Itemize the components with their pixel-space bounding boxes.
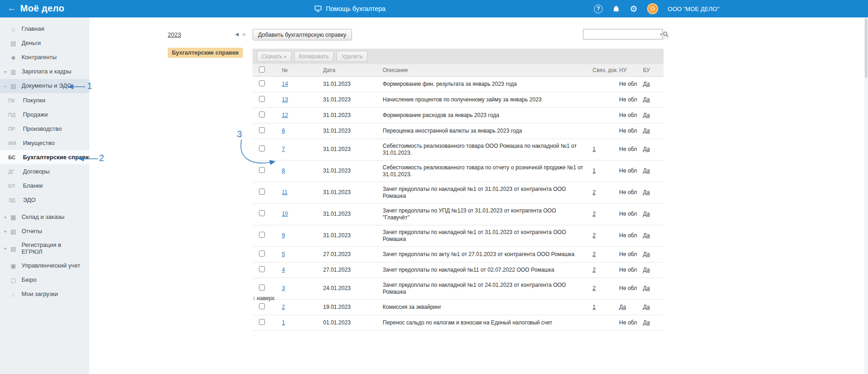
- bu-link[interactable]: Да: [643, 267, 650, 273]
- nu-link[interactable]: Да: [619, 304, 626, 310]
- help-icon[interactable]: ?: [594, 5, 603, 13]
- bu-link[interactable]: Да: [643, 251, 650, 257]
- row-checkbox[interactable]: [259, 285, 265, 290]
- row-checkbox[interactable]: [259, 303, 265, 309]
- linked-doc-link[interactable]: 2: [593, 251, 596, 257]
- row-number-link[interactable]: 3: [282, 285, 285, 291]
- linked-doc-link[interactable]: 2: [593, 189, 596, 195]
- sidebar-item[interactable]: –▨Документы и ЭДО: [0, 79, 89, 93]
- delete-button[interactable]: Удалить: [336, 51, 368, 62]
- pager-prev-icon[interactable]: ◀: [235, 32, 239, 37]
- row-number-link[interactable]: 1: [282, 319, 285, 326]
- expander-icon[interactable]: +: [4, 246, 9, 252]
- bu-link[interactable]: Да: [643, 189, 650, 195]
- expander-icon[interactable]: +: [4, 229, 9, 235]
- row-number-link[interactable]: 6: [282, 128, 285, 134]
- linked-doc-link[interactable]: 1: [593, 304, 596, 310]
- row-checkbox[interactable]: [259, 210, 265, 216]
- row-checkbox[interactable]: [259, 145, 265, 151]
- search-input[interactable]: [583, 29, 660, 39]
- linked-doc-link[interactable]: 2: [593, 267, 596, 273]
- sidebar-item[interactable]: ☻Контрагенты: [0, 50, 89, 65]
- row-number-link[interactable]: 5: [282, 251, 285, 257]
- bu-link[interactable]: Да: [643, 81, 650, 87]
- linked-doc-link[interactable]: 1: [593, 146, 596, 152]
- bu-link[interactable]: Да: [643, 128, 650, 134]
- row-checkbox[interactable]: [259, 127, 265, 133]
- row-number-link[interactable]: 11: [282, 189, 287, 195]
- year-link[interactable]: 2023: [168, 31, 181, 38]
- expander-icon[interactable]: +: [4, 214, 9, 221]
- row-number-link[interactable]: 14: [282, 81, 288, 87]
- row-number-link[interactable]: 13: [282, 96, 288, 103]
- search-button[interactable]: [662, 29, 669, 39]
- bu-link[interactable]: Да: [643, 232, 650, 239]
- linked-doc-link[interactable]: 2: [593, 232, 596, 239]
- row-date: 24.01.2023: [314, 278, 374, 299]
- linked-doc-link[interactable]: 1: [593, 167, 596, 174]
- page-scrollbar[interactable]: [864, 17, 868, 374]
- accountant-help[interactable]: Помощь бухгалтера: [314, 0, 385, 17]
- row-number-link[interactable]: 9: [282, 232, 285, 239]
- sidebar-item[interactable]: +▧Отчеты: [0, 224, 89, 239]
- add-statement-button[interactable]: Добавить бухгалтерскую справку: [253, 29, 352, 40]
- bu-link[interactable]: Да: [643, 319, 650, 326]
- scrollbar-thumb[interactable]: [865, 18, 868, 78]
- filter-tag-accounting-statements[interactable]: Бухгалтерские справки: [168, 48, 243, 58]
- copy-button[interactable]: Копировать: [294, 51, 334, 62]
- sidebar-subitem[interactable]: ЭДЭДО: [0, 193, 89, 207]
- row-checkbox[interactable]: [259, 167, 265, 173]
- download-button[interactable]: Скачать▾: [257, 51, 291, 62]
- sidebar-item[interactable]: +▤Регистрация в ЕГРЮЛ: [0, 239, 89, 259]
- sidebar-subitem[interactable]: БЛБланки: [0, 179, 89, 193]
- back-arrow-icon[interactable]: ←: [7, 3, 16, 13]
- sidebar-item[interactable]: ▣Управленческий учет: [0, 259, 89, 273]
- bu-link[interactable]: Да: [643, 167, 650, 174]
- row-number-link[interactable]: 4: [282, 267, 285, 273]
- row-checkbox[interactable]: [259, 232, 265, 238]
- sidebar-subitem[interactable]: ПКПокупки: [0, 93, 89, 107]
- bu-link[interactable]: Да: [643, 96, 650, 103]
- row-checkbox[interactable]: [259, 80, 265, 86]
- bu-link[interactable]: Да: [643, 211, 650, 217]
- sidebar-subitem[interactable]: ИМИмущество: [0, 136, 89, 150]
- row-number-link[interactable]: 12: [282, 112, 288, 118]
- sidebar-item[interactable]: ⌂Главная: [0, 22, 89, 36]
- row-checkbox[interactable]: [259, 319, 265, 325]
- expander-icon[interactable]: –: [4, 83, 9, 89]
- sidebar-subitem[interactable]: ПРПроизводство: [0, 122, 89, 136]
- notifications-bell-icon[interactable]: [612, 5, 620, 13]
- bu-link[interactable]: Да: [643, 285, 650, 291]
- sidebar-item[interactable]: ▢Бюро: [0, 273, 89, 287]
- row-number-link[interactable]: 10: [282, 211, 288, 217]
- sidebar-subitem[interactable]: БСБухгалтерские справки: [0, 150, 89, 164]
- bu-link[interactable]: Да: [643, 112, 650, 118]
- sidebar-item[interactable]: ▤Деньги: [0, 36, 89, 50]
- settings-gear-icon[interactable]: ⚙: [630, 5, 637, 13]
- row-number-link[interactable]: 7: [282, 146, 285, 152]
- row-checkbox[interactable]: [259, 189, 265, 195]
- table-row: 527.01.2023Зачет предоплаты по акту №1 о…: [253, 246, 664, 262]
- linked-doc-link[interactable]: 2: [593, 211, 596, 217]
- back-to-top-link[interactable]: ↑ наверх: [253, 295, 275, 301]
- user-avatar[interactable]: О: [647, 3, 658, 14]
- sidebar-item[interactable]: ↓Мои загрузки: [0, 287, 89, 301]
- row-checkbox[interactable]: [259, 266, 265, 272]
- bu-link[interactable]: Да: [643, 304, 650, 310]
- sidebar-item[interactable]: +▦Склад и заказы: [0, 210, 89, 224]
- bu-link[interactable]: Да: [643, 146, 650, 152]
- sidebar-subitem[interactable]: ПДПродажи: [0, 107, 89, 122]
- select-all-checkbox[interactable]: [259, 67, 265, 73]
- pager-next-icon[interactable]: ▶: [243, 32, 247, 37]
- row-number-link[interactable]: 8: [282, 167, 285, 174]
- row-checkbox[interactable]: [259, 112, 265, 117]
- row-checkbox[interactable]: [259, 251, 265, 257]
- sidebar-item[interactable]: +▥Зарплата и кадры: [0, 65, 89, 79]
- row-checkbox[interactable]: [259, 96, 265, 102]
- linked-doc-link[interactable]: 2: [593, 285, 596, 291]
- expander-icon[interactable]: +: [4, 69, 9, 75]
- company-name[interactable]: ООО "МОЕ ДЕЛО": [668, 6, 720, 12]
- row-number-link[interactable]: 2: [282, 304, 285, 310]
- app-logo[interactable]: Моё дело: [20, 3, 64, 14]
- sidebar-subitem[interactable]: ДГДоговоры: [0, 164, 89, 179]
